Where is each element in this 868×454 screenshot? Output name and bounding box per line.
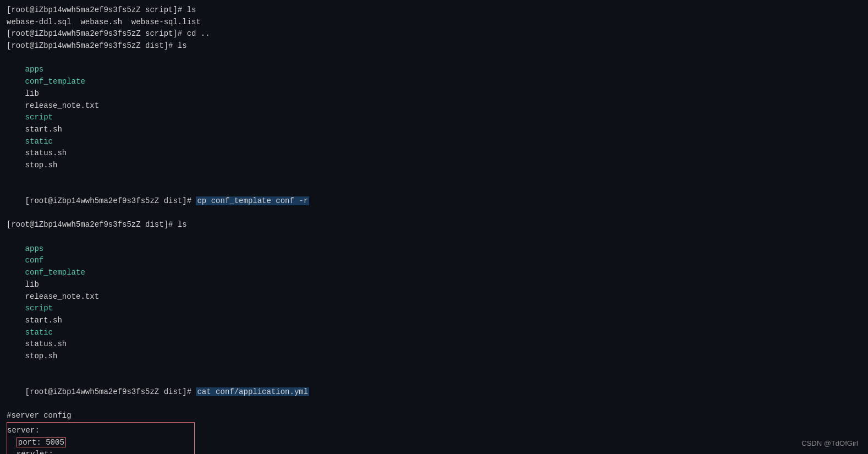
terminal-line: port: 5005 [7,437,188,449]
file-name: start.sh [25,125,62,134]
terminal-line: servlet: [7,448,188,454]
port-value-box: port: 5005 [17,437,66,447]
file-name: static [25,328,53,337]
terminal-line: [root@iZbp14wwh5ma2ef9s3fs5zZ script]# c… [7,28,861,40]
server-config-block: server: port: 5005 servlet: context-path… [7,422,195,454]
file-name: status.sh [25,340,67,348]
terminal-line: [root@iZbp14wwh5ma2ef9s3fs5zZ script]# l… [7,4,861,17]
terminal-line: server: [7,425,188,437]
terminal-line: [root@iZbp14wwh5ma2ef9s3fs5zZ dist]# cp … [7,183,861,219]
terminal-line: [root@iZbp14wwh5ma2ef9s3fs5zZ dist]# ls [7,40,861,52]
file-name: apps [25,65,44,74]
file-name: start.sh [25,316,62,325]
terminal: [root@iZbp14wwh5ma2ef9s3fs5zZ script]# l… [0,0,868,454]
terminal-line: [root@iZbp14wwh5ma2ef9s3fs5zZ dist]# cat… [7,374,861,410]
watermark: CSDN @TdOfGirl [801,439,858,447]
file-name: apps [25,244,44,253]
file-name: stop.sh [25,161,58,169]
file-name: status.sh [25,149,67,157]
command-highlight: cat conf/application.yml [196,387,309,396]
terminal-line: apps conf conf_template lib release_note… [7,231,861,374]
terminal-line: #server config [7,410,861,422]
file-name: conf [25,256,44,265]
file-name: conf_template [25,268,85,277]
prompt-text: [root@iZbp14wwh5ma2ef9s3fs5zZ dist]# [25,196,196,205]
file-name: release_note.txt [25,292,99,301]
file-name: lib [25,89,39,98]
file-name: lib [25,280,39,289]
file-name: conf_template [25,77,85,86]
prompt-text: [root@iZbp14wwh5ma2ef9s3fs5zZ dist]# [25,387,196,396]
file-name: static [25,137,53,146]
command-highlight: cp conf_template conf -r [196,196,309,205]
terminal-line: webase-ddl.sql webase.sh webase-sql.list [7,17,861,29]
file-name: script [25,304,53,313]
terminal-line: [root@iZbp14wwh5ma2ef9s3fs5zZ dist]# ls [7,219,861,231]
terminal-line: apps conf_template lib release_note.txt … [7,52,861,184]
file-name: script [25,113,53,122]
file-name: stop.sh [25,352,58,360]
file-name: release_note.txt [25,101,99,110]
